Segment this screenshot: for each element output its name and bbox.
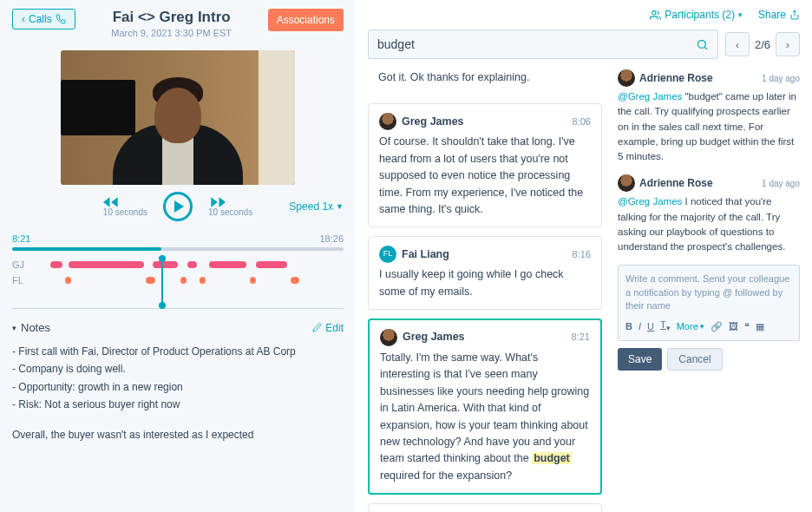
transcript-message[interactable]: Greg James8:21Totally. I'm the same way.… — [368, 318, 602, 495]
message-text: I usually keep it going while I go check… — [379, 266, 591, 300]
pager-next-button[interactable]: › — [776, 32, 800, 56]
speaker-name: Greg James — [403, 329, 465, 345]
editor-placeholder: Write a comment. Send your colleague a n… — [625, 272, 792, 312]
search-icon[interactable] — [696, 38, 709, 51]
avatar — [618, 174, 635, 192]
message-text: Totally. I'm the same way. What's intere… — [380, 350, 590, 484]
text-color-button[interactable]: T▾ — [660, 319, 671, 332]
transcript-message[interactable]: FLFai Liang8:34Yeah, we've discussed wha… — [368, 503, 602, 512]
highlighted-term: budget — [532, 452, 572, 464]
image-icon[interactable]: 🖼 — [729, 321, 738, 331]
speaker-segments[interactable] — [31, 261, 344, 268]
notes-body: - First call with Fai, Director of Produ… — [12, 343, 344, 443]
more-button[interactable]: More ▾ — [677, 321, 704, 331]
comments-panel: Adrienne Rose1 day ago@Greg James "budge… — [618, 69, 800, 512]
speed-dropdown[interactable]: Speed 1x ▼ — [289, 200, 344, 213]
underline-button[interactable]: U — [647, 321, 654, 331]
link-icon[interactable]: 🔗 — [710, 321, 723, 332]
editor-toolbar: B I U T▾ More ▾ 🔗 🖼 ❝ ▦ — [625, 319, 792, 332]
message-time: 8:16 — [573, 247, 591, 262]
italic-button[interactable]: I — [638, 321, 641, 331]
avatar — [618, 69, 635, 87]
comment-author: Adrienne Rose — [639, 70, 713, 86]
play-button[interactable] — [163, 192, 193, 221]
speaker-initials: GJ — [12, 259, 24, 270]
call-subtitle: March 9, 2021 3:30 PM EST — [84, 28, 259, 38]
mention[interactable]: @Greg James — [618, 196, 682, 207]
users-icon — [650, 10, 661, 21]
pager-count: 2/6 — [755, 38, 770, 51]
comment-time: 1 day ago — [762, 72, 800, 85]
mention[interactable]: @Greg James — [618, 91, 682, 102]
rewind-button[interactable]: 10 seconds — [103, 197, 147, 217]
share-icon — [789, 10, 800, 20]
associations-button[interactable]: Associations — [268, 9, 344, 31]
message-time: 8:21 — [572, 330, 590, 345]
current-time: 8:21 — [12, 233, 30, 244]
forward-button[interactable]: 10 seconds — [208, 197, 252, 217]
video-thumbnail[interactable] — [61, 50, 295, 185]
save-comment-button[interactable]: Save — [618, 348, 662, 371]
back-to-calls-button[interactable]: ‹ Calls — [12, 9, 75, 30]
speaker-track: GJ — [12, 259, 344, 270]
comment: Adrienne Rose1 day ago@Greg James "budge… — [618, 69, 800, 164]
share-button[interactable]: Share — [758, 9, 800, 21]
edit-notes-button[interactable]: Edit — [312, 322, 344, 334]
total-time: 18:26 — [319, 233, 344, 244]
back-label: Calls — [29, 13, 52, 25]
progress-bar[interactable] — [12, 247, 344, 251]
search-container — [368, 30, 718, 59]
snippet-icon[interactable]: ❝ — [744, 321, 750, 332]
participants-button[interactable]: Participants (2) ▾ — [650, 9, 743, 21]
transcript-list: Got it. Ok thanks for explaining.Greg Ja… — [368, 69, 606, 512]
pencil-icon — [312, 323, 322, 332]
comment-editor[interactable]: Write a comment. Send your colleague a n… — [618, 265, 800, 340]
comment-author: Adrienne Rose — [639, 175, 713, 191]
chevron-left-icon: ‹ — [736, 38, 739, 51]
message-time: 8:06 — [573, 115, 591, 129]
bold-button[interactable]: B — [625, 321, 632, 331]
playhead-cursor[interactable] — [161, 259, 163, 305]
comment-time: 1 day ago — [762, 177, 800, 190]
speaker-track: FL — [12, 275, 344, 286]
right-panel: Participants (2) ▾ Share ‹ 2/6 › — [356, 0, 812, 512]
svg-point-1 — [697, 40, 705, 48]
message-text: Of course. It shouldn't take that long. … — [379, 134, 591, 218]
transcript-message[interactable]: Greg James8:06Of course. It shouldn't ta… — [368, 103, 602, 227]
left-panel: ‹ Calls Fai <> Greg Intro March 9, 2021 … — [0, 0, 356, 512]
chevron-down-icon: ▾ — [738, 10, 743, 19]
avatar — [380, 329, 397, 346]
play-icon — [174, 200, 184, 213]
avatar: FL — [379, 246, 396, 263]
speaker-initials: FL — [12, 275, 23, 286]
speaker-name: Greg James — [402, 114, 464, 130]
call-title: Fai <> Greg Intro — [84, 9, 259, 26]
pager-prev-button[interactable]: ‹ — [725, 32, 750, 56]
notes-header[interactable]: ▾ Notes — [12, 321, 50, 334]
phone-icon — [56, 14, 66, 24]
avatar — [379, 113, 396, 130]
chevron-left-icon: ‹ — [22, 13, 25, 25]
speaker-name: Fai Liang — [402, 246, 449, 263]
cancel-comment-button[interactable]: Cancel — [667, 348, 722, 371]
chevron-down-icon: ▾ — [12, 324, 16, 332]
comment: Adrienne Rose1 day ago@Greg James I noti… — [618, 174, 800, 254]
transcript-message[interactable]: FLFai Liang8:16I usually keep it going w… — [368, 236, 602, 310]
svg-point-0 — [652, 10, 656, 14]
search-input[interactable] — [377, 37, 696, 51]
chevron-down-icon: ▼ — [336, 202, 344, 211]
chevron-right-icon: › — [786, 38, 789, 51]
speaker-segments[interactable] — [30, 277, 344, 284]
video-icon[interactable]: ▦ — [756, 321, 764, 332]
transcript-message[interactable]: Got it. Ok thanks for explaining. — [368, 69, 602, 95]
